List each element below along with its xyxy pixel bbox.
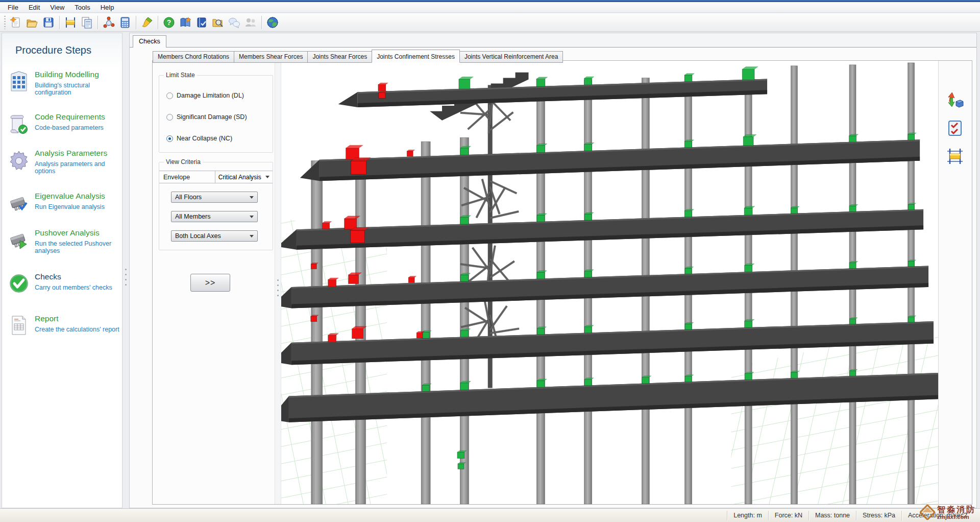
step-subtitle: Carry out members' checks	[35, 284, 112, 291]
subtab-joints-vertical-reinforcement-area[interactable]: Joints Vertical Reinforcement Area	[459, 51, 563, 63]
radio-label: Significant Damage (SD)	[177, 113, 247, 121]
deformed-shape-icon[interactable]	[945, 90, 965, 110]
tutorial-book-icon[interactable]	[177, 14, 193, 31]
status-mass: Mass: tonne	[808, 511, 856, 520]
status-stress: Stress: kPa	[856, 511, 901, 520]
sidebar-item-building-modelling[interactable]: Building ModellingBuilding's structural …	[7, 69, 120, 101]
building-modeller-icon[interactable]	[62, 14, 79, 31]
open-project-icon[interactable]	[24, 14, 40, 31]
tab-checks[interactable]: Checks	[133, 35, 166, 48]
floors-dropdown[interactable]: All Floors	[171, 192, 258, 203]
limit-state-groupbox: Limit State Damage Limitation (DL) Signi…	[159, 75, 273, 153]
step-subtitle: Building's structural configuration	[35, 82, 120, 96]
watermark-title: 智淼消防	[937, 505, 976, 514]
checks-circle-icon	[7, 271, 31, 296]
save-project-icon[interactable]	[40, 14, 57, 31]
menu-edit[interactable]: Edit	[23, 3, 45, 12]
sidebar-item-pushover-analysis[interactable]: Pushover AnalysisRun the selected Pushov…	[7, 227, 120, 259]
step-title: Pushover Analysis	[35, 228, 120, 238]
forum-bubbles-icon[interactable]	[226, 14, 242, 31]
radio-significant-damage[interactable]: Significant Damage (SD)	[166, 113, 247, 121]
manual-book-icon[interactable]	[193, 14, 210, 31]
frame-section-icon[interactable]	[945, 147, 965, 166]
step-title: Report	[35, 314, 119, 323]
members-dropdown[interactable]: All Members	[171, 211, 258, 222]
application-window: File Edit View Tools Help ? Procedure St…	[0, 0, 980, 522]
panel-splitter[interactable]	[275, 61, 281, 504]
radio-circle-icon	[166, 135, 173, 142]
sidebar-item-checks[interactable]: ChecksCarry out members' checks	[7, 271, 120, 303]
apply-button[interactable]: >>	[190, 274, 230, 292]
help-icon[interactable]: ?	[161, 14, 177, 31]
website-globe-icon[interactable]	[264, 14, 281, 31]
watermark-url: zmjaxf.com	[937, 514, 976, 520]
status-force: Force: kN	[768, 511, 808, 520]
building-3d-scene	[281, 61, 938, 504]
code-scroll-icon	[7, 111, 31, 136]
subtab-members-chord-rotations[interactable]: Members Chord Rotations	[153, 51, 234, 63]
toolbar-grip[interactable]	[4, 16, 6, 29]
step-title: Building Modelling	[35, 70, 120, 79]
floors-dropdown-value: All Floors	[175, 194, 202, 201]
chevron-down-icon	[265, 176, 270, 178]
svg-text:?: ?	[167, 18, 172, 27]
subtab-joints-confinement-stresses[interactable]: Joints Confinement Stresses	[372, 50, 460, 63]
toolbar-separator	[59, 16, 60, 29]
chevron-down-icon	[250, 216, 254, 218]
view-criteria-label: View Criteria	[164, 158, 203, 165]
radio-near-collapse[interactable]: Near Collapse (NC)	[166, 135, 232, 142]
subtab-members-shear-forces[interactable]: Members Shear Forces	[234, 51, 308, 63]
toolbar-separator	[261, 16, 262, 29]
main-area: Checks Members Chord Rotations Members S…	[129, 33, 977, 508]
menu-file[interactable]: File	[3, 3, 23, 12]
menu-view[interactable]: View	[45, 3, 69, 12]
menu-help[interactable]: Help	[95, 3, 119, 12]
sidebar-item-eigenvalue-analysis[interactable]: Eigenvalue AnalysisRun Eigenvalue analys…	[7, 191, 120, 222]
checks-subtabs: Members Chord Rotations Members Shear Fo…	[153, 50, 562, 63]
watermark-logo-icon	[920, 505, 935, 520]
eigenvalue-chip-icon	[7, 191, 31, 215]
checks-list-icon[interactable]	[945, 118, 965, 138]
radio-circle-icon	[166, 92, 173, 99]
model-viewer-icon[interactable]	[101, 14, 117, 31]
radio-label: Near Collapse (NC)	[177, 135, 232, 142]
axes-dropdown[interactable]: Both Local Axes	[171, 230, 258, 242]
radio-circle-icon	[166, 114, 173, 121]
toolbar-separator	[158, 16, 158, 29]
building-3d-viewport[interactable]	[281, 61, 938, 504]
menu-bar: File Edit View Tools Help	[0, 2, 980, 13]
gear-icon	[7, 148, 31, 172]
envelope-row: Envelope Critical Analysis	[159, 171, 273, 183]
status-length: Length: m	[727, 511, 768, 520]
chevron-down-icon	[250, 235, 254, 238]
sidebar-item-report[interactable]: ReportCreate the calculations' report	[7, 313, 120, 345]
limit-state-label: Limit State	[164, 72, 197, 79]
radio-damage-limitation[interactable]: Damage Limitation (DL)	[166, 92, 244, 99]
subtab-page: Limit State Damage Limitation (DL) Signi…	[152, 60, 972, 505]
status-bar: Length: m Force: kN Mass: tonne Stress: …	[0, 508, 980, 522]
analysis-combo[interactable]: Critical Analysis	[215, 171, 273, 183]
checks-page: Members Chord Rotations Members Shear Fo…	[130, 47, 976, 508]
paintbrush-icon[interactable]	[139, 14, 155, 31]
sidebar-item-code-requirements[interactable]: Code RequirementsCode-based parameters	[7, 111, 120, 143]
subtab-joints-shear-forces[interactable]: Joints Shear Forces	[307, 51, 372, 63]
report-icon[interactable]	[79, 14, 95, 31]
menu-tools[interactable]: Tools	[69, 3, 95, 12]
support-icon[interactable]	[242, 14, 259, 31]
step-title: Eigenvalue Analysis	[35, 192, 105, 201]
sidebar-title: Procedure Steps	[15, 44, 122, 56]
envelope-mode-cell[interactable]: Envelope	[159, 171, 215, 183]
sidebar-splitter[interactable]	[123, 33, 129, 508]
view-criteria-groupbox: View Criteria Envelope Critical Analysis…	[159, 162, 273, 250]
sidebar-item-analysis-parameters[interactable]: Analysis ParametersAnalysis parameters a…	[7, 148, 120, 179]
search-folder-icon[interactable]	[210, 14, 226, 31]
toolbar-separator	[97, 16, 98, 29]
step-subtitle: Run Eigenvalue analysis	[35, 203, 105, 210]
step-title: Analysis Parameters	[35, 149, 120, 158]
radio-label: Damage Limitation (DL)	[177, 92, 244, 99]
new-project-icon[interactable]	[8, 14, 24, 31]
watermark: 智淼消防 zmjaxf.com	[920, 505, 976, 520]
step-subtitle: Run the selected Pushover analyses	[35, 240, 120, 254]
main-toolbar: ?	[0, 13, 980, 32]
calculator-icon[interactable]	[117, 14, 133, 31]
